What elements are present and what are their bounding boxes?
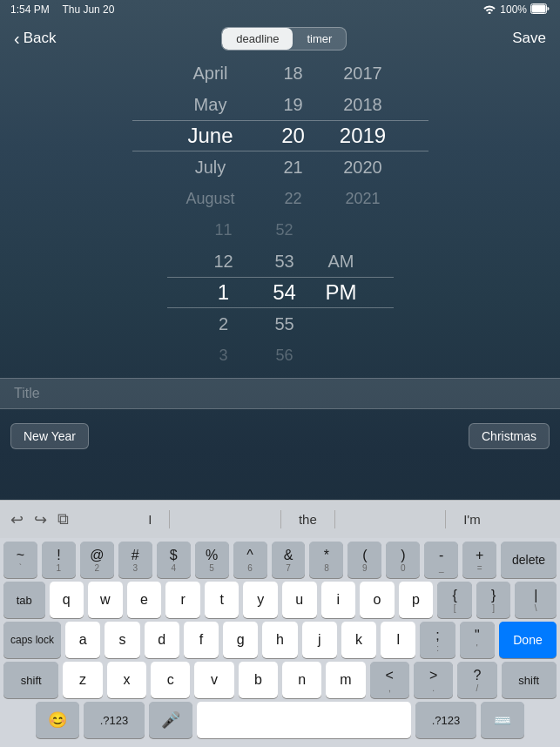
month-column[interactable]: March April May June July August Septemb… xyxy=(163,57,259,214)
battery-text: 100% xyxy=(500,3,527,16)
back-button[interactable]: ‹ Back xyxy=(14,30,56,47)
symbol-key-right[interactable]: .?123 xyxy=(415,702,476,738)
key-p[interactable]: p xyxy=(399,582,434,618)
key-b[interactable]: b xyxy=(239,662,278,698)
key-lparen-9[interactable]: (9 xyxy=(347,542,381,578)
minute-column[interactable]: 52 53 54 55 56 xyxy=(254,214,315,371)
key-y[interactable]: y xyxy=(243,582,278,618)
key-e[interactable]: e xyxy=(127,582,162,618)
day-item: 19 xyxy=(283,89,302,120)
key-tilde-backtick[interactable]: ~` xyxy=(3,542,37,578)
key-at-2[interactable]: @2 xyxy=(80,542,114,578)
key-quote[interactable]: "' xyxy=(460,622,495,658)
zxcv-row: shift z x c v b n m <, >. ?/ shift xyxy=(0,658,560,698)
key-exclaim-1[interactable]: !1 xyxy=(42,542,76,578)
key-dollar-4[interactable]: $4 xyxy=(157,542,191,578)
right-shift-key[interactable]: shift xyxy=(502,662,557,698)
caps-lock-key[interactable]: caps lock xyxy=(3,622,61,658)
key-z[interactable]: z xyxy=(63,662,102,698)
key-n[interactable]: n xyxy=(282,662,321,698)
keyboard: ↩ ↪ ⧉ I the I'm ~` !1 @2 #3 $4 %5 ^6 xyxy=(0,500,560,747)
key-d[interactable]: d xyxy=(145,622,179,658)
key-rparen-0[interactable]: )0 xyxy=(386,542,420,578)
key-v[interactable]: v xyxy=(194,662,233,698)
title-input[interactable] xyxy=(0,378,560,409)
key-comma[interactable]: <, xyxy=(370,662,409,698)
day-item: 21 xyxy=(283,151,302,183)
hour-item: 11 xyxy=(214,214,232,246)
key-caret-6[interactable]: ^6 xyxy=(233,542,267,578)
day-column[interactable]: 17 18 19 20 21 22 23 xyxy=(259,57,328,214)
minute-item: 53 xyxy=(274,246,293,277)
deadline-tab[interactable]: deadline xyxy=(222,28,293,50)
emoji-key[interactable]: 😊 xyxy=(36,702,79,738)
hour-column[interactable]: 11 12 1 2 3 xyxy=(193,214,254,371)
time-picker[interactable]: 11 12 1 2 3 52 53 54 55 56 AM PM xyxy=(0,214,560,371)
key-o[interactable]: o xyxy=(360,582,395,618)
key-u[interactable]: u xyxy=(282,582,317,618)
key-backslash[interactable]: |\ xyxy=(515,582,557,618)
new-year-button[interactable]: New Year xyxy=(10,423,89,449)
key-g[interactable]: g xyxy=(223,622,258,658)
key-period[interactable]: >. xyxy=(414,662,453,698)
minute-item: 56 xyxy=(275,340,293,371)
clipboard-icon[interactable]: ⧉ xyxy=(54,510,72,528)
key-x[interactable]: x xyxy=(107,662,146,698)
key-semicolon[interactable]: ;: xyxy=(420,622,455,658)
month-item: May xyxy=(194,89,227,120)
key-c[interactable]: c xyxy=(151,662,190,698)
microphone-key[interactable]: 🎤 xyxy=(149,702,192,738)
key-plus-equals[interactable]: += xyxy=(462,542,496,578)
key-rbrace[interactable]: }] xyxy=(476,582,511,618)
year-item: 2017 xyxy=(343,57,382,89)
key-m[interactable]: m xyxy=(326,662,365,698)
key-a[interactable]: a xyxy=(65,622,100,658)
segment-control[interactable]: deadline timer xyxy=(221,27,347,50)
key-h[interactable]: h xyxy=(262,622,297,658)
status-time: 1:54 PM xyxy=(10,3,50,16)
save-button[interactable]: Save xyxy=(512,30,546,47)
space-key[interactable] xyxy=(197,702,411,738)
undo-icon[interactable]: ↩ xyxy=(7,510,27,529)
key-minus[interactable]: -_ xyxy=(424,542,458,578)
suggestion-words: I the I'm xyxy=(76,510,553,528)
delete-key[interactable]: delete xyxy=(501,542,557,578)
ampm-column[interactable]: AM PM xyxy=(315,214,368,371)
key-star-8[interactable]: *8 xyxy=(309,542,343,578)
suggestion-word-3[interactable]: I'm xyxy=(445,510,498,528)
year-item: 2021 xyxy=(345,183,380,214)
tab-key[interactable]: tab xyxy=(3,582,45,618)
month-item: April xyxy=(192,57,227,89)
christmas-button[interactable]: Christmas xyxy=(469,423,550,449)
key-lbrace[interactable]: {[ xyxy=(437,582,472,618)
date-picker[interactable]: March April May June July August Septemb… xyxy=(0,57,560,214)
key-w[interactable]: w xyxy=(88,582,123,618)
key-amp-7[interactable]: &7 xyxy=(272,542,306,578)
suggestion-word-2[interactable]: the xyxy=(280,510,335,528)
key-hash-3[interactable]: #3 xyxy=(118,542,152,578)
keyboard-dismiss-key[interactable]: ⌨️ xyxy=(481,702,524,738)
key-t[interactable]: t xyxy=(205,582,240,618)
key-s[interactable]: s xyxy=(105,622,139,658)
done-key[interactable]: Done xyxy=(499,622,557,658)
number-row: ~` !1 @2 #3 $4 %5 ^6 &7 *8 (9 )0 xyxy=(0,538,560,578)
left-shift-key[interactable]: shift xyxy=(3,662,58,698)
year-item-selected: 2019 xyxy=(340,120,386,151)
key-i[interactable]: i xyxy=(321,582,356,618)
asdf-row: caps lock a s d f g h j k l ;: "' Done xyxy=(0,618,560,658)
symbol-key-left[interactable]: .?123 xyxy=(84,702,145,738)
timer-tab[interactable]: timer xyxy=(293,28,346,50)
key-j[interactable]: j xyxy=(302,622,337,658)
key-l[interactable]: l xyxy=(381,622,415,658)
year-column[interactable]: 2016 2017 2018 2019 2020 2021 2022 xyxy=(328,57,398,214)
key-f[interactable]: f xyxy=(184,622,219,658)
key-slash[interactable]: ?/ xyxy=(457,662,496,698)
key-q[interactable]: q xyxy=(50,582,84,618)
minute-item-selected: 54 xyxy=(273,277,296,308)
key-percent-5[interactable]: %5 xyxy=(195,542,229,578)
key-k[interactable]: k xyxy=(341,622,376,658)
key-r[interactable]: r xyxy=(165,582,200,618)
redo-icon[interactable]: ↪ xyxy=(30,510,51,529)
suggestion-word-1[interactable]: I xyxy=(131,510,170,528)
hour-item: 2 xyxy=(219,308,228,340)
